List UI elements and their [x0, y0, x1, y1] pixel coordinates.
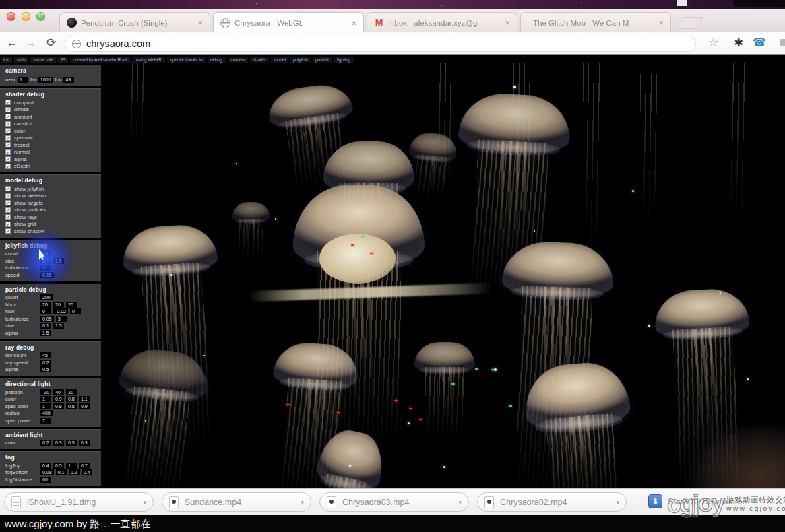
value-field[interactable]: 40	[53, 389, 64, 395]
value-field[interactable]: 0.9	[79, 403, 90, 409]
value-field[interactable]: 1.1	[79, 396, 90, 402]
stat-chip-frame-rate[interactable]: frame rate	[30, 57, 56, 63]
value-field[interactable]: 0.05	[40, 316, 54, 322]
checkbox[interactable]: ✓	[5, 193, 11, 199]
value-field[interactable]: 1	[40, 403, 51, 409]
value-field[interactable]: 0.9	[53, 396, 64, 402]
value-field[interactable]: 20	[53, 302, 64, 308]
checkbox[interactable]: ✓	[5, 222, 11, 227]
checkbox[interactable]: ✓	[5, 107, 11, 112]
stat-chip-29[interactable]: 29	[58, 57, 68, 63]
bookmark-star-icon[interactable]: ☆	[708, 35, 719, 50]
value-field[interactable]: 1	[40, 265, 51, 271]
download-item-chrysaora02-mp4[interactable]: Chrysaora02.mp4▾	[477, 492, 627, 512]
chevron-down-icon[interactable]: ▾	[458, 499, 462, 506]
checkbox[interactable]: ✓	[5, 228, 11, 234]
chevron-down-icon[interactable]: ▾	[616, 499, 619, 506]
value-field[interactable]: 0.4	[82, 469, 92, 475]
value-field[interactable]: 0.5	[66, 440, 77, 446]
value-field[interactable]: 1	[40, 396, 51, 402]
wrench-icon[interactable]	[780, 39, 785, 46]
webgl-canvas[interactable]	[0, 55, 785, 488]
value-field[interactable]: 3	[56, 316, 67, 322]
value-field[interactable]: 20	[66, 389, 77, 395]
close-window-button[interactable]	[7, 12, 15, 21]
value-field[interactable]: 0.2	[40, 440, 51, 446]
value-field[interactable]: 1000	[38, 77, 53, 83]
value-field[interactable]: 1.5	[40, 330, 51, 336]
value-field[interactable]: 0.15	[40, 272, 54, 278]
checkbox[interactable]: ✓	[5, 121, 11, 127]
value-field[interactable]: 200	[40, 294, 53, 300]
value-field[interactable]: 0.2	[69, 469, 80, 475]
debug-chip-debug-[interactable]: debug:	[208, 57, 226, 63]
checkbox[interactable]: ✓	[5, 100, 11, 105]
debug-chip-lighting[interactable]: lighting	[334, 57, 354, 63]
stat-chip-fps[interactable]: fps	[1, 57, 12, 63]
download-item-chrysaora03-mp4[interactable]: Chrysaora03.mp4▾	[319, 492, 469, 512]
debug-chip-particle[interactable]: particle	[313, 57, 332, 63]
tab-pendulum-crush-single-[interactable]: Pendulum Crush (Single)×	[59, 12, 210, 32]
value-field[interactable]: 0.1	[40, 323, 51, 329]
back-icon[interactable]: ←	[4, 35, 20, 51]
value-field[interactable]: 7	[40, 418, 51, 424]
value-field[interactable]: 60	[40, 477, 51, 483]
phone-extension-icon[interactable]: ☎	[753, 36, 766, 48]
zoom-window-button[interactable]	[36, 12, 45, 21]
checkbox[interactable]: ✓	[5, 186, 11, 191]
tab-close-icon[interactable]: ×	[350, 19, 358, 28]
show-all-downloads[interactable]: ⬇ Show All Downloads	[648, 494, 744, 508]
tab-the-glitch-mob-we-can-m[interactable]: The Glitch Mob - We Can M×	[520, 12, 671, 32]
value-field[interactable]: 0.1	[56, 469, 67, 475]
value-field[interactable]: 0.08	[40, 469, 54, 475]
value-field[interactable]: 0	[70, 308, 81, 314]
tab-close-icon[interactable]: ×	[657, 18, 665, 27]
checkbox[interactable]: ✓	[5, 114, 11, 119]
value-field[interactable]: 0.4	[40, 463, 51, 469]
value-field[interactable]: 49	[63, 77, 74, 83]
checkbox[interactable]: ✓	[5, 164, 11, 169]
checkbox[interactable]: ✓	[5, 200, 11, 205]
checkbox[interactable]: ✓	[5, 214, 11, 220]
debug-chip-special-thanks-to[interactable]: special thanks to	[167, 57, 205, 63]
value-field[interactable]: 0.8	[66, 396, 77, 402]
checkbox[interactable]: ✓	[5, 207, 11, 213]
extension-icon[interactable]: ✱	[734, 36, 743, 49]
new-tab-button[interactable]	[677, 17, 703, 29]
value-field[interactable]: 0.5	[40, 366, 51, 372]
value-field[interactable]: 0.2	[40, 360, 51, 366]
value-field[interactable]: -0.02	[53, 308, 68, 314]
value-field[interactable]: 1.5	[53, 258, 64, 264]
value-field[interactable]: 1	[66, 463, 77, 469]
url-text[interactable]: chrysaora.com	[86, 38, 150, 49]
tab-inbox-aleksandar-xyz-g[interactable]: MInbox - aleksandar.xyz@g×	[367, 12, 517, 32]
value-field[interactable]: 400	[40, 410, 53, 416]
tab-chrysaora-webgl[interactable]: Chrysaora - WebGL×	[213, 12, 364, 33]
value-field[interactable]: 0	[40, 308, 51, 314]
value-field[interactable]: 20	[66, 302, 77, 308]
checkbox[interactable]: ✓	[5, 135, 11, 141]
address-bar[interactable]: chrysaora.com	[65, 36, 696, 52]
debug-chip-model[interactable]: model	[271, 57, 288, 63]
download-item-ishowu-1-91-dmg[interactable]: iShowU_1.91.dmg▾	[4, 492, 154, 512]
debug-chip-shader[interactable]: shader	[250, 57, 269, 63]
forward-icon[interactable]: →	[23, 35, 39, 51]
chevron-down-icon[interactable]: ▾	[301, 499, 304, 506]
value-field[interactable]: 0.5	[53, 463, 64, 469]
checkbox[interactable]: ✓	[5, 149, 11, 155]
value-field[interactable]: 1.5	[53, 323, 64, 329]
minimize-window-button[interactable]	[22, 12, 30, 21]
checkbox[interactable]: ✓	[5, 142, 11, 147]
stat-chip-stats[interactable]: stats	[14, 57, 29, 63]
value-field[interactable]: 0.7	[79, 463, 90, 469]
debug-chip-using-webgl[interactable]: using WebGL	[133, 57, 165, 63]
value-field[interactable]: 0.8	[66, 403, 77, 409]
reload-icon[interactable]: ⟳	[43, 35, 59, 51]
tab-close-icon[interactable]: ×	[196, 18, 204, 27]
checkbox[interactable]: ✓	[5, 156, 11, 162]
checkbox[interactable]: ✓	[5, 128, 11, 133]
value-field[interactable]: -20	[40, 389, 51, 395]
debug-chip-polyfish[interactable]: polyfish	[290, 57, 311, 63]
value-field[interactable]: 45	[40, 352, 51, 358]
chevron-down-icon[interactable]: ▾	[143, 499, 146, 506]
